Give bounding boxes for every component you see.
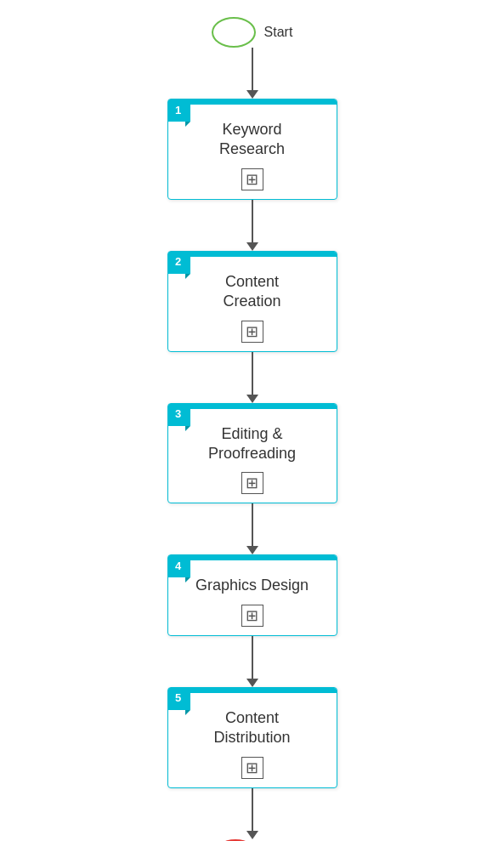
- plus-icon: ⊞: [246, 170, 258, 189]
- arrow-3: [246, 352, 258, 403]
- step-3-title: Editing &Proofreading: [208, 424, 296, 464]
- step-1-icon[interactable]: ⊞: [241, 168, 263, 190]
- plus-icon-5: ⊞: [246, 759, 258, 777]
- arrow-head-5: [246, 679, 258, 687]
- step-1-box: 1 KeywordResearch ⊞: [167, 99, 337, 200]
- arrow-line-3: [252, 352, 253, 395]
- start-circle: [212, 17, 256, 48]
- step-4-icon[interactable]: ⊞: [241, 605, 263, 627]
- step-1-badge: 1: [167, 99, 190, 122]
- step-1-content: KeywordResearch ⊞: [168, 105, 337, 199]
- plus-icon-4: ⊞: [246, 606, 258, 625]
- step-2-content: ContentCreation ⊞: [168, 257, 337, 351]
- arrow-head-2: [246, 242, 258, 251]
- step-4-number: 4: [175, 560, 181, 572]
- arrow-2: [246, 200, 258, 251]
- step-3-badge: 3: [167, 403, 190, 426]
- plus-icon-3: ⊞: [246, 474, 258, 492]
- step-5-box: 5 ContentDistribution ⊞: [167, 687, 337, 788]
- step-1-title: KeywordResearch: [219, 120, 285, 160]
- arrow-5: [246, 636, 258, 687]
- step-4-badge: 4: [167, 554, 190, 577]
- arrow-head-6: [246, 831, 258, 839]
- start-terminal: Start: [212, 17, 293, 48]
- step-5-icon[interactable]: ⊞: [241, 757, 263, 779]
- step-2-number: 2: [175, 255, 181, 268]
- arrow-head-4: [246, 546, 258, 554]
- step-3-box: 3 Editing &Proofreading ⊞: [167, 403, 337, 504]
- step-2-title: ContentCreation: [223, 272, 280, 312]
- step-5-title: ContentDistribution: [213, 708, 290, 748]
- arrow-line: [252, 48, 253, 90]
- step-2-badge: 2: [167, 251, 190, 274]
- step-5-badge: 5: [167, 687, 190, 710]
- step-5-content: ContentDistribution ⊞: [168, 693, 337, 787]
- arrow-4: [246, 503, 258, 554]
- step-4-content: Graphics Design ⊞: [168, 560, 337, 634]
- step-2-icon[interactable]: ⊞: [241, 321, 263, 343]
- step-1-number: 1: [175, 104, 181, 116]
- flowchart: Start 1 KeywordResearch ⊞ 2 ContentCreat…: [0, 17, 504, 841]
- step-2-box: 2 ContentCreation ⊞: [167, 251, 337, 352]
- step-3-number: 3: [175, 407, 181, 420]
- arrow-line-6: [252, 788, 253, 831]
- step-3-content: Editing &Proofreading ⊞: [168, 409, 337, 503]
- arrow-line-5: [252, 636, 253, 679]
- arrow-1: [246, 48, 258, 99]
- step-5-number: 5: [175, 691, 181, 704]
- arrow-head: [246, 90, 258, 99]
- arrow-6: [246, 788, 258, 839]
- step-4-title: Graphics Design: [195, 576, 309, 595]
- step-4-box: 4 Graphics Design ⊞: [167, 554, 337, 635]
- plus-icon-2: ⊞: [246, 322, 258, 341]
- arrow-head-3: [246, 395, 258, 403]
- arrow-line-2: [252, 200, 253, 242]
- step-3-icon[interactable]: ⊞: [241, 472, 263, 494]
- start-label: Start: [264, 25, 293, 40]
- arrow-line-4: [252, 503, 253, 546]
